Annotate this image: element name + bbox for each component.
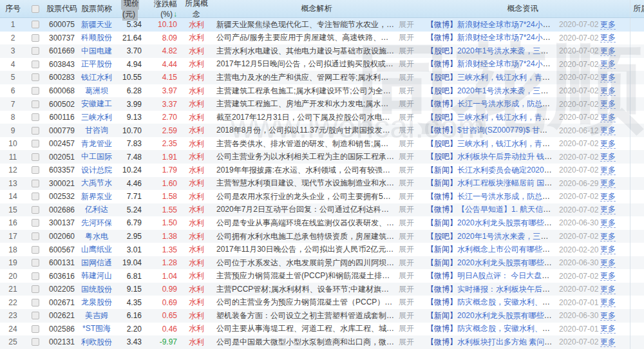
concept-tag[interactable]: 水利: [182, 310, 211, 321]
row-checkbox[interactable]: [32, 232, 39, 240]
more-link[interactable]: 更多: [600, 19, 623, 30]
row-checkbox[interactable]: [32, 299, 39, 307]
more-link[interactable]: 更多: [600, 125, 623, 136]
stock-name-link[interactable]: 安徽建工: [79, 99, 115, 109]
concept-tag[interactable]: 水利: [182, 125, 211, 136]
expand-link[interactable]: 展开: [399, 178, 422, 189]
concept-tag[interactable]: 水利: [182, 337, 211, 348]
stock-name-link[interactable]: 设计总院: [79, 165, 115, 176]
expand-link[interactable]: 展开: [399, 19, 422, 30]
row-checkbox[interactable]: [32, 127, 39, 135]
concept-tag[interactable]: 水利: [182, 32, 211, 43]
stock-name-link[interactable]: 韩建河山: [79, 270, 115, 281]
expand-link[interactable]: 展开: [399, 125, 422, 136]
expand-link[interactable]: 展开: [399, 258, 422, 269]
stock-name-link[interactable]: 新界泵业: [79, 191, 115, 202]
news-link[interactable]: 【股吧】水利板块午后异动拉升 钱江水利等个股...: [426, 151, 554, 162]
header-concept[interactable]: 所属概念: [182, 0, 211, 20]
concept-tag[interactable]: 水利: [182, 323, 211, 334]
expand-link[interactable]: 展开: [399, 99, 422, 109]
stock-name-link[interactable]: 亿利达: [79, 204, 115, 215]
row-checkbox[interactable]: [32, 285, 39, 293]
header-change[interactable]: 涨跌幅(%)↓: [146, 0, 182, 19]
row-checkbox[interactable]: [32, 166, 39, 174]
expand-link[interactable]: 展开: [399, 112, 422, 123]
more-link[interactable]: 更多: [600, 151, 623, 162]
news-link[interactable]: 【新闻】2020水利龙头股票有哪些? 水利概念...: [426, 258, 554, 269]
expand-link[interactable]: 展开: [399, 270, 422, 281]
row-checkbox[interactable]: [32, 21, 39, 28]
news-link[interactable]: 【微博】长江一号洪水形成，防总启动防汛Ⅲ级应...: [426, 191, 554, 202]
news-link[interactable]: 【微博】新浪财经全球市场7*24小时直播 【...: [426, 32, 554, 43]
expand-link[interactable]: 展开: [399, 86, 422, 97]
concept-tag[interactable]: 水利: [182, 258, 211, 269]
news-link[interactable]: 【股吧】2020年1号洪水来袭，三峡入库流量...: [426, 46, 554, 57]
more-link[interactable]: 更多: [600, 284, 623, 295]
stock-name-link[interactable]: 中工国际: [79, 151, 115, 162]
expand-link[interactable]: 展开: [399, 151, 422, 162]
stock-name-link[interactable]: 葛洲坝: [79, 86, 115, 97]
stock-name-link[interactable]: 利欧股份: [79, 337, 115, 348]
row-checkbox[interactable]: [32, 219, 39, 227]
expand-link[interactable]: 展开: [399, 72, 422, 83]
stock-name-link[interactable]: 三峡水利: [79, 112, 115, 123]
concept-tag[interactable]: 水利: [182, 270, 211, 281]
concept-tag[interactable]: 水利: [182, 178, 211, 189]
row-checkbox[interactable]: [32, 153, 39, 161]
row-checkbox[interactable]: [32, 100, 39, 108]
concept-tag[interactable]: 水利: [182, 86, 211, 97]
more-link[interactable]: 更多: [600, 72, 623, 83]
concept-tag[interactable]: 水利: [182, 59, 211, 70]
more-link[interactable]: 更多: [600, 204, 623, 215]
news-link[interactable]: 【微博】水利板块打出多方炮 素问利欧股份跌停...: [426, 337, 554, 348]
expand-link[interactable]: 展开: [399, 46, 422, 57]
row-checkbox[interactable]: [32, 73, 39, 81]
concept-tag[interactable]: 水利: [182, 46, 211, 57]
news-link[interactable]: 【新闻】2020水利龙头股票有哪些? 水利概念...: [426, 310, 554, 321]
concept-tag[interactable]: 水利: [182, 151, 211, 162]
more-link[interactable]: 更多: [600, 258, 623, 269]
row-checkbox[interactable]: [32, 34, 39, 42]
expand-link[interactable]: 展开: [399, 244, 422, 255]
row-checkbox[interactable]: [32, 325, 39, 333]
stock-name-link[interactable]: 中国电建: [79, 46, 115, 57]
expand-link[interactable]: 展开: [399, 231, 422, 242]
concept-tag[interactable]: 水利: [182, 72, 211, 83]
header-price-label[interactable]: 现价(元): [121, 0, 139, 21]
concept-tag[interactable]: 水利: [182, 204, 211, 215]
more-link[interactable]: 更多: [600, 244, 623, 255]
news-link[interactable]: 【新闻】水利工程板块涨幅居前 国统股份等个股...: [426, 178, 554, 189]
concept-tag[interactable]: 水利: [182, 244, 211, 255]
expand-link[interactable]: 展开: [399, 59, 422, 70]
more-link[interactable]: 更多: [600, 86, 623, 97]
header-price[interactable]: 现价(元): [115, 0, 146, 20]
expand-link[interactable]: 展开: [399, 165, 422, 176]
more-link[interactable]: 更多: [600, 323, 623, 334]
concept-tag[interactable]: 水利: [182, 112, 211, 123]
more-link[interactable]: 更多: [600, 310, 623, 321]
news-link[interactable]: 【微博】明日A股点评： 今日大盘出现各大板块...: [426, 270, 554, 281]
stock-name-link[interactable]: 大禹节水: [79, 178, 115, 189]
concept-tag[interactable]: 水利: [182, 138, 211, 149]
more-link[interactable]: 更多: [600, 297, 623, 308]
more-link[interactable]: 更多: [600, 138, 623, 149]
expand-link[interactable]: 展开: [399, 297, 422, 308]
more-link[interactable]: 更多: [600, 59, 623, 70]
concept-tag[interactable]: 水利: [182, 19, 211, 30]
more-link[interactable]: 更多: [600, 46, 623, 57]
more-link[interactable]: 更多: [600, 99, 623, 109]
more-link[interactable]: 更多: [600, 231, 623, 242]
stock-name-link[interactable]: 钱江水利: [79, 72, 115, 83]
stock-name-link[interactable]: 青龙管业: [79, 138, 115, 149]
stock-name-link[interactable]: 国网信通: [79, 258, 115, 269]
stock-name-link[interactable]: 先河环保: [79, 218, 115, 229]
expand-link[interactable]: 展开: [399, 218, 422, 229]
row-checkbox[interactable]: [32, 193, 39, 200]
expand-link[interactable]: 展开: [399, 337, 422, 348]
stock-name-link[interactable]: 甘咨询: [79, 125, 115, 136]
expand-link[interactable]: 展开: [399, 284, 422, 295]
row-checkbox[interactable]: [32, 113, 39, 121]
row-checkbox[interactable]: [32, 87, 39, 95]
news-link[interactable]: 【股吧】2020年1号洪水来袭，三峡入库流量...: [426, 231, 554, 242]
row-checkbox[interactable]: [32, 272, 39, 280]
